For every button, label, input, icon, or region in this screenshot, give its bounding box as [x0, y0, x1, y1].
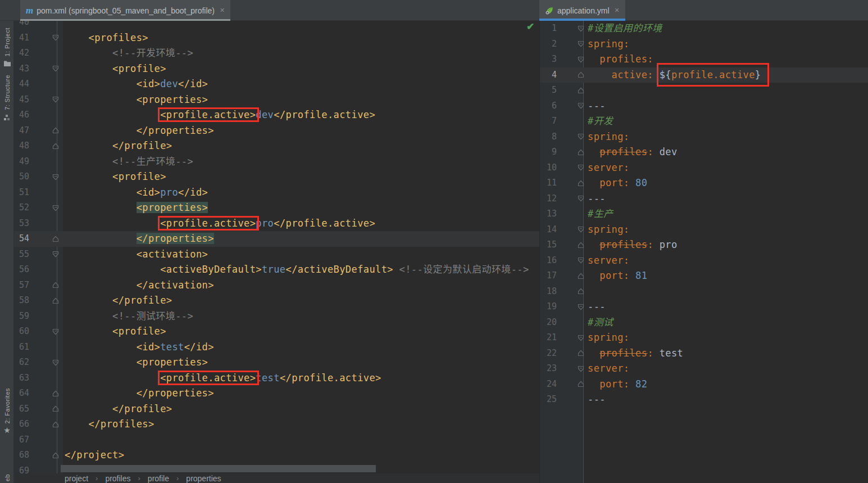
- line-number[interactable]: 56: [14, 262, 29, 278]
- line-number[interactable]: 10: [540, 160, 557, 176]
- breadcrumb-item[interactable]: properties: [186, 474, 221, 483]
- line-number[interactable]: 18: [540, 284, 557, 300]
- fold-marker[interactable]: [557, 268, 585, 284]
- fold-marker[interactable]: [557, 160, 585, 176]
- code-line[interactable]: 60 <profile>: [14, 324, 539, 340]
- line-number[interactable]: 61: [14, 340, 29, 355]
- line-number[interactable]: 1: [540, 21, 557, 37]
- code-line[interactable]: 5: [540, 83, 868, 98]
- line-number[interactable]: 58: [14, 293, 29, 309]
- line-number[interactable]: 45: [14, 92, 29, 108]
- line-number[interactable]: 41: [14, 30, 29, 46]
- code-line[interactable]: 4 active: ${profile.active}: [540, 67, 868, 83]
- code-line[interactable]: 42 <!--开发环境-->: [14, 46, 539, 61]
- code-line[interactable]: 15 profiles: pro: [540, 237, 868, 253]
- code-line[interactable]: 49 <!--生产环境-->: [14, 154, 539, 170]
- fold-marker[interactable]: [557, 330, 585, 346]
- stripe-button-partial[interactable]: eb: [0, 474, 14, 481]
- code-line[interactable]: 14spring:: [540, 222, 868, 238]
- line-number[interactable]: 19: [540, 299, 557, 315]
- fold-marker[interactable]: [29, 92, 63, 108]
- code-line[interactable]: 25---: [540, 392, 868, 408]
- code-line[interactable]: 24 port: 82: [540, 377, 868, 392]
- code-line[interactable]: 40: [14, 21, 539, 30]
- line-number[interactable]: 22: [540, 346, 557, 362]
- line-number[interactable]: 46: [14, 107, 29, 123]
- fold-marker[interactable]: [557, 299, 585, 315]
- code-line[interactable]: 66 </profiles>: [14, 417, 539, 432]
- line-number[interactable]: 63: [14, 371, 29, 386]
- code-line[interactable]: 47 </properties>: [14, 123, 539, 139]
- fold-marker[interactable]: [29, 247, 63, 263]
- line-number[interactable]: 2: [540, 37, 557, 52]
- line-number[interactable]: 65: [14, 401, 29, 417]
- inspections-ok-icon[interactable]: ✔: [526, 21, 534, 33]
- code-line[interactable]: 63 <profile.active>test</profile.active>: [14, 371, 539, 386]
- fold-marker[interactable]: [557, 37, 585, 52]
- code-line[interactable]: 20#测试: [540, 315, 868, 331]
- line-number[interactable]: 49: [14, 154, 29, 170]
- line-number[interactable]: 6: [540, 98, 557, 114]
- fold-marker[interactable]: [557, 129, 585, 145]
- fold-marker[interactable]: [29, 200, 63, 216]
- breadcrumb-item[interactable]: profile: [148, 474, 169, 483]
- line-number[interactable]: 54: [14, 231, 29, 247]
- code-line[interactable]: 16server:: [540, 253, 868, 269]
- code-line[interactable]: 43 <profile>: [14, 61, 539, 77]
- fold-marker[interactable]: [29, 30, 63, 46]
- fold-marker[interactable]: [29, 386, 63, 401]
- code-line[interactable]: 21spring:: [540, 330, 868, 346]
- fold-marker[interactable]: [29, 401, 63, 417]
- line-number[interactable]: 48: [14, 138, 29, 154]
- line-number[interactable]: 4: [540, 67, 557, 83]
- code-line[interactable]: 59 <!--测试环境-->: [14, 309, 539, 324]
- fold-marker[interactable]: [29, 278, 63, 294]
- line-number[interactable]: 43: [14, 61, 29, 77]
- line-number[interactable]: 53: [14, 216, 29, 232]
- tab-application-yml[interactable]: application.yml ✕: [539, 0, 625, 21]
- fold-marker[interactable]: [557, 222, 585, 238]
- code-line[interactable]: 41 <profiles>: [14, 30, 539, 46]
- code-line[interactable]: 64 </properties>: [14, 386, 539, 401]
- code-line[interactable]: 7#开发: [540, 114, 868, 129]
- code-line[interactable]: 1#设置启用的环境: [540, 21, 868, 37]
- line-number[interactable]: 17: [540, 268, 557, 284]
- line-number[interactable]: 20: [540, 315, 557, 331]
- line-number[interactable]: 67: [14, 432, 29, 448]
- fold-marker[interactable]: [557, 67, 585, 83]
- code-line[interactable]: 54 </properties>: [14, 231, 539, 247]
- code-line[interactable]: 45 <properties>: [14, 92, 539, 108]
- code-line[interactable]: 57 </activation>: [14, 278, 539, 294]
- code-line[interactable]: 13#生产: [540, 206, 868, 222]
- breadcrumb-item[interactable]: profiles: [105, 474, 130, 483]
- line-number[interactable]: 9: [540, 145, 557, 160]
- fold-marker[interactable]: [29, 293, 63, 309]
- code-line[interactable]: 65 </profile>: [14, 401, 539, 417]
- fold-marker[interactable]: [29, 61, 63, 77]
- fold-marker[interactable]: [29, 138, 63, 154]
- line-number[interactable]: 11: [540, 175, 557, 191]
- line-number[interactable]: 25: [540, 392, 557, 408]
- fold-marker[interactable]: [557, 191, 585, 207]
- fold-marker[interactable]: [557, 361, 585, 377]
- fold-marker[interactable]: [29, 417, 63, 432]
- line-number[interactable]: 68: [14, 448, 29, 463]
- line-number[interactable]: 13: [540, 206, 557, 222]
- breadcrumb-item[interactable]: project: [65, 474, 88, 483]
- line-number[interactable]: 50: [14, 169, 29, 185]
- close-icon[interactable]: ✕: [615, 7, 620, 14]
- line-number[interactable]: 14: [540, 222, 557, 238]
- line-number[interactable]: 44: [14, 76, 29, 92]
- line-number[interactable]: 42: [14, 46, 29, 61]
- line-number[interactable]: 7: [540, 114, 557, 129]
- fold-marker[interactable]: [557, 21, 585, 37]
- fold-marker[interactable]: [557, 237, 585, 253]
- line-number[interactable]: 3: [540, 52, 557, 67]
- editor-application-yml[interactable]: 1#设置启用的环境2spring:3 profiles:4 active: ${…: [539, 21, 868, 483]
- line-number[interactable]: 64: [14, 386, 29, 401]
- line-number[interactable]: 24: [540, 377, 557, 392]
- fold-marker[interactable]: [29, 169, 63, 185]
- stripe-button-project[interactable]: 1: Project: [0, 28, 14, 69]
- code-line[interactable]: 18: [540, 284, 868, 300]
- fold-marker[interactable]: [557, 377, 585, 392]
